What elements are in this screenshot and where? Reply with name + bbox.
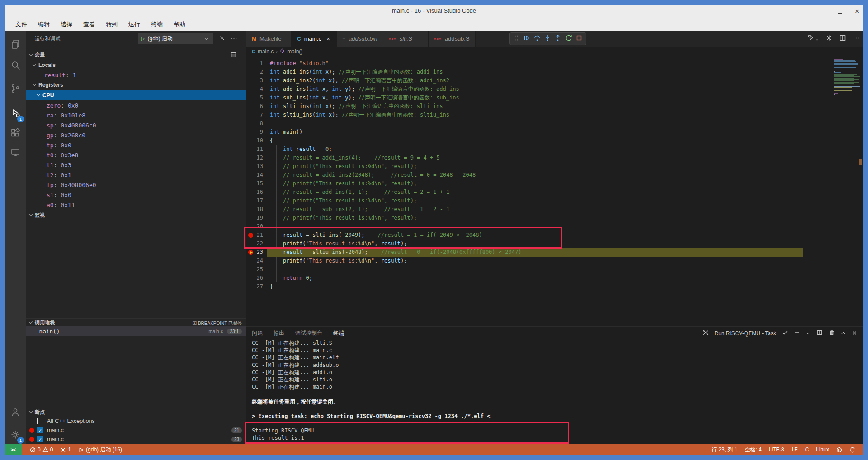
split-editor-icon[interactable] <box>839 34 846 43</box>
register-row[interactable]: sp: 0x408006c0 <box>26 120 246 130</box>
run-or-debug-icon[interactable] <box>807 34 819 43</box>
encoding-status[interactable]: UTF-8 <box>765 444 788 455</box>
run-debug-icon[interactable]: 1 <box>5 103 26 123</box>
panel-tab-终端[interactable]: 终端 <box>333 327 344 340</box>
os-indicator[interactable]: Linux <box>812 444 833 455</box>
settings-gear-icon[interactable]: 1 <box>5 425 26 445</box>
start-debug-icon[interactable]: ▷ <box>141 36 145 42</box>
registers-group[interactable]: Registers <box>33 80 63 89</box>
more-actions-icon[interactable] <box>853 34 860 43</box>
code-line: 5int sub_ins(int x, int y); //声明一下汇编语言中的… <box>246 94 863 102</box>
extensions-icon[interactable] <box>5 123 26 143</box>
maximize-button[interactable] <box>838 5 842 18</box>
minimap[interactable] <box>834 59 862 95</box>
code-editor[interactable]: 1#include "stdio.h"2int addi_ins(int x);… <box>246 56 863 326</box>
split-terminal-icon[interactable] <box>816 329 823 338</box>
locals-group[interactable]: Locals <box>33 61 56 69</box>
tab-main.c[interactable]: Cmain.c× <box>292 31 337 47</box>
register-row[interactable]: zero: 0x0 <box>26 100 246 110</box>
menu-item-文件[interactable]: 文件 <box>11 19 32 30</box>
cursor-position[interactable]: 行 23, 列 1 <box>708 444 741 455</box>
close-panel-icon[interactable] <box>852 329 857 338</box>
notifications-bell-icon[interactable] <box>846 444 859 455</box>
menu-item-查看[interactable]: 查看 <box>79 19 99 30</box>
stop-icon[interactable] <box>576 34 583 43</box>
variables-pane-action-icon[interactable] <box>231 52 236 59</box>
drag-grip-icon[interactable] <box>513 35 519 43</box>
kill-terminal-icon[interactable] <box>829 329 835 338</box>
debug-session-status[interactable]: (gdb) 启动 (16) <box>75 444 126 455</box>
terminal-dropdown-icon[interactable] <box>806 329 811 338</box>
search-icon[interactable] <box>5 55 26 75</box>
editor-settings-gear-icon[interactable] <box>826 34 833 43</box>
register-row[interactable]: t2: 0x1 <box>26 170 246 180</box>
step-into-icon[interactable] <box>544 34 551 43</box>
language-mode[interactable]: C <box>802 444 813 455</box>
breakpoint-checkbox[interactable] <box>37 418 43 424</box>
register-row[interactable]: t1: 0x3 <box>26 160 246 170</box>
close-icon[interactable]: × <box>326 35 330 42</box>
accounts-icon[interactable] <box>5 402 26 422</box>
remote-indicator[interactable]: >< <box>5 444 22 455</box>
variable-result[interactable]: result: 1 <box>26 70 246 80</box>
register-row[interactable]: s1: 0x0 <box>26 190 246 200</box>
ports-status[interactable]: 1 <box>57 444 75 455</box>
register-row[interactable]: gp: 0x268c0 <box>26 130 246 140</box>
breakpoint-item[interactable]: ✓main.c23 <box>26 435 246 444</box>
line-number: 7 <box>260 111 263 119</box>
register-row[interactable]: t0: 0x3e8 <box>26 150 246 160</box>
close-button[interactable]: × <box>855 5 859 18</box>
panel-tab-问题[interactable]: 问题 <box>252 327 263 340</box>
tab-addsub.bin[interactable]: ≡addsub.bin <box>337 31 383 47</box>
breakpoint-dot[interactable] <box>248 233 253 238</box>
menu-item-运行[interactable]: 运行 <box>124 19 145 30</box>
variables-section-header[interactable]: 变量 <box>26 51 246 59</box>
indentation-status[interactable]: 空格: 4 <box>741 444 765 455</box>
register-row[interactable]: a0: 0x11 <box>26 200 246 210</box>
call-stack-section-header[interactable]: 调用堆栈 因 BREAKPOINT 已暂停 <box>26 318 246 327</box>
step-out-icon[interactable] <box>554 34 561 43</box>
maximize-panel-icon[interactable] <box>841 329 846 338</box>
debug-settings-gear-icon[interactable] <box>219 35 226 43</box>
terminal-output[interactable]: CC -[M] 正在构建... slti.SCC -[M] 正在构建... ma… <box>252 339 858 449</box>
eol-status[interactable]: LF <box>788 444 802 455</box>
menu-item-终端[interactable]: 终端 <box>146 19 167 30</box>
code-line: 27} <box>246 282 863 291</box>
remote-explorer-icon[interactable] <box>5 142 26 162</box>
terminal-task-label[interactable]: Run RISCV-QEMU - Task <box>715 330 776 337</box>
explorer-icon[interactable] <box>5 34 26 54</box>
menu-item-帮助[interactable]: 帮助 <box>169 19 190 30</box>
source-control-icon[interactable] <box>5 79 26 99</box>
tab-slti.S[interactable]: ASMslti.S <box>383 31 429 47</box>
menu-item-编辑[interactable]: 编辑 <box>33 19 54 30</box>
menu-item-转到[interactable]: 转到 <box>101 19 122 30</box>
problems-status[interactable]: 0 0 <box>26 444 57 455</box>
breakpoint-checkbox[interactable]: ✓ <box>37 427 43 433</box>
breakpoint-checkbox[interactable]: ✓ <box>37 436 43 442</box>
more-actions-icon[interactable] <box>231 35 237 43</box>
restart-icon[interactable] <box>565 34 572 43</box>
tab-addsub.S[interactable]: ASMaddsub.S <box>429 31 476 47</box>
breakpoint-item[interactable]: ✓main.c21 <box>26 426 246 435</box>
tab-Makefile[interactable]: MMakefile <box>246 31 292 47</box>
editor-group: MMakefileCmain.c×≡addsub.binASMslti.SASM… <box>246 31 863 444</box>
stack-frame-main[interactable]: main() main.c 23:1 <box>26 326 246 336</box>
panel-tab-调试控制台[interactable]: 调试控制台 <box>295 327 322 340</box>
watch-section-header[interactable]: 监视 <box>26 211 246 219</box>
register-row[interactable]: tp: 0x0 <box>26 140 246 150</box>
register-row[interactable]: fp: 0x408006e0 <box>26 180 246 190</box>
panel-tab-输出[interactable]: 输出 <box>274 327 284 340</box>
menu-item-选择[interactable]: 选择 <box>56 19 77 30</box>
step-over-icon[interactable] <box>533 34 541 43</box>
new-terminal-icon[interactable] <box>794 329 800 338</box>
breadcrumb[interactable]: C main.c › main() <box>246 47 863 56</box>
breakpoints-section-header[interactable]: 断点 <box>26 408 246 416</box>
launch-config-dropdown[interactable]: ▷ (gdb) 启动 <box>138 33 213 44</box>
breakpoint-item[interactable]: All C++ Exceptions <box>26 417 246 426</box>
feedback-icon[interactable] <box>833 444 846 455</box>
minimize-button[interactable]: – <box>821 5 825 18</box>
register-row[interactable]: ra: 0x101e8 <box>26 110 246 120</box>
cpu-register-group[interactable]: CPU <box>26 90 246 100</box>
line-number: 25 <box>257 265 263 274</box>
continue-icon[interactable] <box>523 34 530 43</box>
